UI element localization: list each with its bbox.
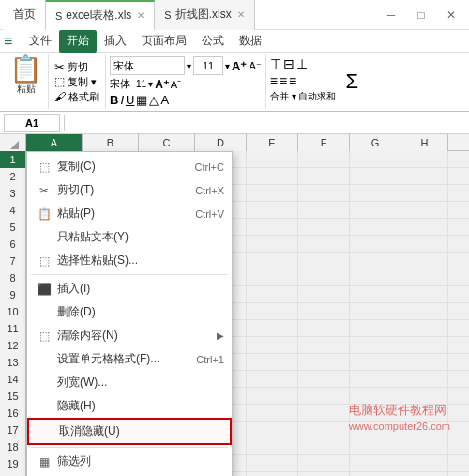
row-header-18[interactable]: 18 bbox=[0, 438, 26, 455]
col-header-e[interactable]: E bbox=[247, 134, 298, 151]
select-all-icon bbox=[10, 141, 19, 149]
title-bar: 首页 S excel表格.xls ✕ S 折线图.xlsx ✕ ─ □ ✕ bbox=[0, 0, 469, 30]
align-mid-button[interactable]: ⊟ bbox=[283, 56, 295, 71]
tab-home[interactable]: 首页 bbox=[4, 0, 46, 30]
fill-color-button[interactable]: △ bbox=[149, 93, 159, 107]
context-menu-item-paste[interactable]: 📋 粘贴(P) Ctrl+V bbox=[27, 202, 232, 225]
row-header-8[interactable]: 8 bbox=[0, 269, 26, 286]
autosum-button[interactable]: 自动求和 bbox=[298, 90, 336, 103]
clear-menu-icon: ⬚ bbox=[35, 330, 53, 343]
row-header-15[interactable]: 15 bbox=[0, 388, 26, 405]
cut-button[interactable]: ✂ 剪切 bbox=[54, 60, 99, 74]
paste-special-icon: ⬚ bbox=[35, 254, 53, 268]
delete-menu-label: 删除(D) bbox=[57, 304, 224, 320]
cell-g1[interactable] bbox=[350, 151, 401, 168]
maximize-button[interactable]: □ bbox=[407, 3, 435, 27]
align-center-button[interactable]: ≡ bbox=[280, 73, 287, 88]
name-box[interactable] bbox=[4, 114, 60, 132]
row-header-19[interactable]: 19 bbox=[0, 455, 26, 472]
row-header-6[interactable]: 6 bbox=[0, 236, 26, 253]
font-increase-button2[interactable]: A⁺ bbox=[155, 78, 169, 91]
row-header-9[interactable]: 9 bbox=[0, 286, 26, 303]
clear-menu-label: 清除内容(N) bbox=[57, 328, 217, 344]
ribbon-tab-file[interactable]: 文件 bbox=[22, 30, 59, 53]
row-header-14[interactable]: 14 bbox=[0, 371, 26, 388]
row-header-12[interactable]: 12 bbox=[0, 337, 26, 354]
border-button[interactable]: ▦ bbox=[136, 93, 147, 107]
merge-button[interactable]: 合并 ▾ bbox=[270, 90, 296, 103]
col-header-h[interactable]: H bbox=[401, 134, 448, 151]
paste-button[interactable]: 📋 bbox=[9, 56, 42, 83]
row-header-17[interactable]: 17 bbox=[0, 422, 26, 438]
row-header-11[interactable]: 11 bbox=[0, 320, 26, 337]
context-menu-item-clear[interactable]: ⬚ 清除内容(N) ▶ bbox=[27, 324, 232, 347]
context-menu-item-paste-special[interactable]: ⬚ 选择性粘贴(S)... bbox=[27, 249, 232, 272]
context-menu-item-insert[interactable]: ⬛ 插入(I) bbox=[27, 277, 232, 300]
context-menu-item-col-width[interactable]: 列宽(W)... bbox=[27, 371, 232, 394]
align-left-button[interactable]: ≡ bbox=[270, 73, 278, 88]
font-name-arrow[interactable]: ▾ bbox=[187, 61, 191, 71]
tab-excel-close[interactable]: ✕ bbox=[137, 10, 144, 21]
ribbon-main: 📋 粘贴 ✂ 剪切 ⬚ 复制 ▾ 🖌 格式刷 ▾ ▾ A⁺ A⁻ 宋体 11 bbox=[0, 53, 469, 112]
row-header-7[interactable]: 7 bbox=[0, 253, 26, 269]
tab-chart-close[interactable]: ✕ bbox=[237, 9, 245, 20]
context-menu-item-delete[interactable]: 删除(D) bbox=[27, 300, 232, 324]
format-menu-shortcut: Ctrl+1 bbox=[196, 354, 224, 365]
ribbon-tab-insert[interactable]: 插入 bbox=[97, 30, 134, 53]
formula-input[interactable] bbox=[68, 117, 465, 129]
app-logo: ≡ bbox=[4, 33, 12, 50]
ribbon-tab-formula[interactable]: 公式 bbox=[194, 30, 232, 53]
font-size-arrow2[interactable]: ▾ bbox=[148, 79, 153, 89]
bold-button[interactable]: B bbox=[110, 93, 118, 107]
row-header-10[interactable]: 10 bbox=[0, 303, 26, 320]
ribbon-tab-home[interactable]: 开始 bbox=[59, 30, 97, 53]
font-size-input[interactable] bbox=[193, 56, 223, 75]
align-right-button[interactable]: ≡ bbox=[289, 73, 296, 88]
cell-h1[interactable] bbox=[401, 151, 448, 168]
cell-e1[interactable] bbox=[247, 151, 298, 168]
close-button[interactable]: ✕ bbox=[437, 3, 465, 27]
row-header-2[interactable]: 2 bbox=[0, 168, 26, 185]
context-menu-item-unhide[interactable]: 取消隐藏(U) bbox=[27, 418, 232, 445]
row-header-13[interactable]: 13 bbox=[0, 354, 26, 371]
col-header-g[interactable]: G bbox=[350, 134, 401, 151]
context-menu-item-cut[interactable]: ✂ 剪切(T) Ctrl+X bbox=[27, 178, 232, 202]
font-decrease-button2[interactable]: Aˉ bbox=[171, 79, 181, 90]
col-header-d[interactable]: D bbox=[195, 134, 247, 151]
sum-button[interactable]: Σ bbox=[346, 69, 359, 94]
font-name-input[interactable] bbox=[110, 56, 185, 75]
italic-button[interactable]: I bbox=[120, 93, 124, 107]
context-menu-item-paste-text[interactable]: 只粘贴文本(Y) bbox=[27, 225, 232, 249]
row-header-3[interactable]: 3 bbox=[0, 185, 26, 202]
col-header-a[interactable]: A bbox=[26, 134, 83, 151]
copy-button[interactable]: ⬚ 复制 ▾ bbox=[54, 75, 99, 89]
align-top-button[interactable]: ⊤ bbox=[270, 56, 281, 71]
underline-button[interactable]: U bbox=[126, 93, 134, 107]
row-header-1[interactable]: 1 bbox=[0, 151, 26, 168]
font-increase-button[interactable]: A⁺ bbox=[232, 59, 247, 73]
row-header-4[interactable]: 4 bbox=[0, 202, 26, 219]
col-header-c[interactable]: C bbox=[139, 134, 195, 151]
col-header-b[interactable]: B bbox=[83, 134, 139, 151]
format-brush-button[interactable]: 🖌 格式刷 bbox=[54, 90, 99, 104]
minimize-button[interactable]: ─ bbox=[377, 3, 405, 27]
tab-chart[interactable]: S 折线图.xlsx ✕ bbox=[155, 0, 254, 30]
row-header-20[interactable]: 20 bbox=[0, 472, 26, 476]
context-menu-item-hide[interactable]: 隐藏(H) bbox=[27, 394, 232, 418]
paste-special-label: 选择性粘贴(S)... bbox=[57, 253, 224, 269]
col-header-f[interactable]: F bbox=[298, 134, 350, 151]
row-header-16[interactable]: 16 bbox=[0, 405, 26, 422]
align-bot-button[interactable]: ⊥ bbox=[296, 56, 308, 71]
ribbon-tab-data[interactable]: 数据 bbox=[232, 30, 269, 53]
context-menu-item-format[interactable]: 设置单元格格式(F)... Ctrl+1 bbox=[27, 347, 232, 371]
cell-f1[interactable] bbox=[298, 151, 350, 168]
font-decrease-button[interactable]: A⁻ bbox=[249, 60, 261, 72]
context-menu-item-filter[interactable]: ▦ 筛选列 bbox=[27, 450, 232, 473]
corner-cell[interactable] bbox=[0, 134, 26, 151]
context-menu-item-copy[interactable]: ⬚ 复制(C) Ctrl+C bbox=[27, 155, 232, 178]
tab-excel[interactable]: S excel表格.xls ✕ bbox=[46, 0, 155, 30]
row-header-5[interactable]: 5 bbox=[0, 219, 26, 236]
font-size-arrow[interactable]: ▾ bbox=[225, 61, 230, 71]
ribbon-tab-layout[interactable]: 页面布局 bbox=[134, 30, 194, 53]
font-color-button[interactable]: A bbox=[160, 93, 169, 107]
